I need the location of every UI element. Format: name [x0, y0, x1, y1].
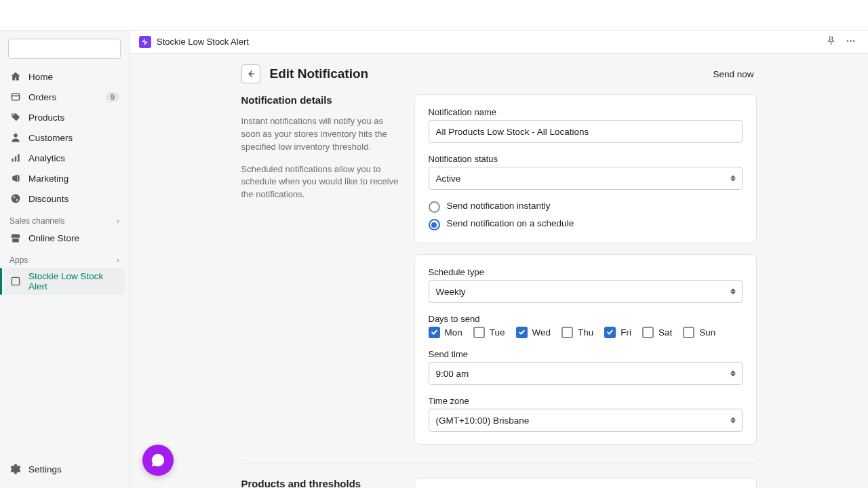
svg-point-7 — [16, 199, 18, 201]
day-checkbox-fri[interactable]: Fri — [604, 327, 631, 338]
svg-rect-3 — [15, 157, 16, 162]
day-checkbox-sun[interactable]: Sun — [683, 327, 715, 338]
schedule-card: Schedule type Days to send MonTueWedThuF… — [414, 254, 757, 445]
send-time-select[interactable] — [429, 362, 743, 385]
section-desc: Scheduled notifications allow you to sch… — [241, 163, 401, 202]
sidebar-item-products[interactable]: Products — [4, 108, 125, 127]
svg-point-11 — [853, 40, 854, 41]
day-label: Wed — [532, 327, 551, 338]
day-label: Sat — [658, 327, 672, 338]
sidebar-item-customers[interactable]: Customers — [4, 128, 125, 147]
sidebar-item-label: Stockie Low Stock Alert — [28, 271, 119, 291]
gear-icon — [9, 463, 22, 475]
day-checkbox-thu[interactable]: Thu — [561, 327, 593, 338]
svg-point-5 — [12, 195, 20, 203]
page-header: Edit Notification Send now — [241, 64, 757, 94]
sidebar-item-label: Analytics — [28, 153, 119, 163]
svg-rect-2 — [12, 159, 13, 162]
section-title: Notification details — [241, 94, 401, 106]
svg-point-10 — [850, 40, 851, 41]
top-spacer — [0, 0, 868, 30]
sidebar-item-home[interactable]: Home — [4, 67, 125, 86]
checkbox-icon — [561, 327, 573, 338]
checkbox-icon — [516, 327, 528, 338]
notification-details-card: Notification name Notification status — [414, 94, 757, 243]
radio-icon — [429, 219, 440, 230]
discounts-icon — [9, 192, 22, 205]
chevron-right-icon: › — [117, 256, 119, 265]
analytics-icon — [9, 152, 22, 164]
sidebar-item-label: Marketing — [28, 174, 119, 184]
day-checkbox-tue[interactable]: Tue — [473, 327, 505, 338]
section-label: Apps — [9, 256, 28, 265]
radio-schedule[interactable]: Send notification on a schedule — [429, 218, 743, 230]
sidebar-item-label: Customers — [28, 133, 119, 143]
app-icon — [9, 275, 22, 287]
back-button[interactable] — [241, 64, 260, 83]
sidebar: Home Orders 9 Products Customers Analyti… — [0, 30, 130, 488]
svg-point-1 — [14, 134, 18, 138]
sidebar-item-marketing[interactable]: Marketing — [4, 169, 125, 188]
sidebar-item-settings[interactable]: Settings — [4, 460, 125, 479]
sidebar-item-orders[interactable]: Orders 9 — [4, 87, 125, 106]
customers-icon — [9, 131, 22, 144]
svg-rect-0 — [12, 94, 19, 100]
app-icon — [139, 36, 151, 48]
name-label: Notification name — [429, 107, 743, 117]
svg-point-9 — [847, 40, 848, 41]
chat-icon — [151, 453, 165, 468]
chevron-right-icon: › — [117, 216, 119, 226]
search-input[interactable] — [8, 39, 121, 59]
sidebar-section-apps[interactable]: Apps › — [4, 249, 125, 268]
status-label: Notification status — [429, 154, 743, 164]
radio-label: Send notification on a schedule — [447, 218, 574, 228]
sidebar-item-stockie-app[interactable]: Stockie Low Stock Alert — [4, 268, 125, 295]
day-checkbox-wed[interactable]: Wed — [516, 327, 551, 338]
checkbox-icon — [473, 327, 485, 338]
section-label: Sales channels — [9, 216, 64, 226]
main-content: Stockie Low Stock Alert Edit Notificatio… — [130, 30, 868, 488]
day-label: Tue — [490, 327, 505, 338]
radio-instant[interactable]: Send notification instantly — [429, 201, 743, 213]
send-time-label: Send time — [429, 349, 743, 359]
sidebar-item-label: Discounts — [28, 194, 119, 204]
products-icon — [9, 111, 22, 123]
home-icon — [9, 70, 22, 83]
notification-status-select[interactable] — [429, 167, 743, 190]
sidebar-item-analytics[interactable]: Analytics — [4, 148, 125, 167]
checkbox-icon — [429, 327, 440, 338]
sidebar-section-channels[interactable]: Sales channels › — [4, 209, 125, 228]
checkbox-icon — [683, 327, 694, 338]
checkbox-icon — [642, 327, 654, 338]
more-icon[interactable] — [843, 33, 859, 51]
send-now-button[interactable]: Send now — [710, 65, 756, 83]
section-desc: Instant notifications will notify you as… — [241, 115, 401, 154]
notification-name-input[interactable] — [429, 120, 743, 143]
store-icon — [9, 232, 22, 244]
sidebar-item-label: Online Store — [28, 233, 119, 243]
radio-icon — [429, 201, 440, 213]
page-title: Edit Notification — [270, 66, 711, 81]
orders-badge: 9 — [106, 92, 119, 102]
app-bar: Stockie Low Stock Alert — [130, 30, 868, 54]
schedule-type-label: Schedule type — [429, 267, 743, 277]
timezone-label: Time zone — [429, 396, 743, 406]
sidebar-item-label: Settings — [28, 464, 119, 474]
arrow-left-icon — [246, 69, 256, 79]
checkbox-icon — [604, 327, 616, 338]
chat-fab[interactable] — [142, 445, 174, 476]
sidebar-item-label: Orders — [28, 92, 106, 102]
day-checkbox-mon[interactable]: Mon — [429, 327, 462, 338]
pin-icon[interactable] — [823, 33, 839, 51]
svg-point-6 — [14, 197, 15, 198]
schedule-type-select[interactable] — [429, 280, 743, 303]
divider — [241, 464, 757, 464]
days-label: Days to send — [429, 314, 743, 324]
orders-icon — [9, 91, 22, 103]
sidebar-item-label: Home — [28, 72, 119, 82]
timezone-select[interactable] — [429, 409, 743, 432]
day-checkbox-sat[interactable]: Sat — [642, 327, 672, 338]
app-name: Stockie Low Stock Alert — [157, 37, 819, 47]
sidebar-item-discounts[interactable]: Discounts — [4, 189, 125, 208]
sidebar-item-online-store[interactable]: Online Store — [4, 228, 125, 247]
